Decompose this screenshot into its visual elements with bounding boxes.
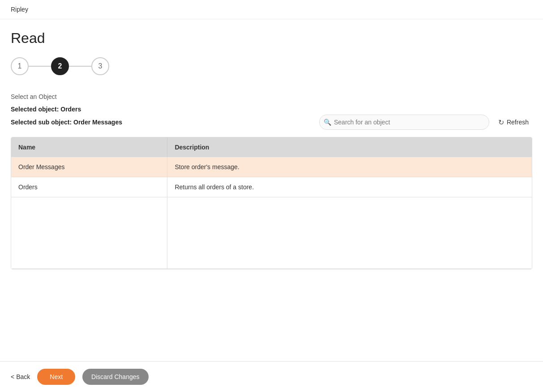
top-bar: Ripley	[0, 0, 543, 19]
selected-object-row: Selected object: Orders	[11, 106, 532, 113]
next-button[interactable]: Next	[37, 369, 75, 385]
back-chevron-icon: <	[11, 373, 14, 380]
content-area: Read 1 2 3 Select an Object Selected obj…	[0, 19, 543, 361]
step-line-1	[29, 66, 51, 67]
empty-row	[11, 197, 532, 269]
cell-desc-orders: Returns all orders of a store.	[167, 177, 532, 197]
search-input[interactable]	[319, 115, 489, 130]
brand-link[interactable]: Ripley	[11, 6, 28, 13]
selected-sub-object-row: Selected sub object: Order Messages 🔍 ↻ …	[11, 115, 532, 130]
objects-table: Name Description Order Messages Store or…	[11, 137, 532, 269]
table-body: Order Messages Store order's message. Or…	[11, 157, 532, 269]
table-header: Name Description	[11, 137, 532, 157]
back-button[interactable]: < Back	[11, 373, 30, 380]
search-icon: 🔍	[324, 119, 331, 126]
step-2: 2	[51, 57, 69, 75]
search-refresh-row: 🔍 ↻ Refresh	[319, 115, 532, 130]
table-wrapper: Name Description Order Messages Store or…	[11, 137, 532, 269]
section-label: Select an Object	[11, 93, 532, 100]
refresh-label: Refresh	[507, 119, 529, 126]
table-row[interactable]: Order Messages Store order's message.	[11, 157, 532, 177]
page-container: Ripley Read 1 2 3 Select an Object Selec…	[0, 0, 543, 392]
selected-info: Selected object: Orders Selected sub obj…	[11, 106, 532, 130]
selected-object-text: Selected object: Orders	[11, 106, 81, 113]
step-line-2	[69, 66, 91, 67]
search-container: 🔍	[319, 115, 489, 130]
col-header-description: Description	[167, 137, 532, 157]
header-row: Name Description	[11, 137, 532, 157]
discard-changes-button[interactable]: Discard Changes	[82, 369, 148, 385]
back-label: Back	[16, 373, 30, 380]
refresh-button[interactable]: ↻ Refresh	[495, 115, 532, 129]
refresh-icon: ↻	[498, 118, 504, 127]
footer-bar: < Back Next Discard Changes	[0, 361, 543, 392]
step-3: 3	[91, 57, 109, 75]
page-title: Read	[11, 30, 532, 47]
stepper: 1 2 3	[11, 57, 532, 75]
cell-desc-order-messages: Store order's message.	[167, 157, 532, 177]
step-1: 1	[11, 57, 29, 75]
selected-sub-object-text: Selected sub object: Order Messages	[11, 119, 122, 126]
cell-name-order-messages: Order Messages	[11, 157, 167, 177]
cell-name-orders: Orders	[11, 177, 167, 197]
table-row[interactable]: Orders Returns all orders of a store.	[11, 177, 532, 197]
col-header-name: Name	[11, 137, 167, 157]
